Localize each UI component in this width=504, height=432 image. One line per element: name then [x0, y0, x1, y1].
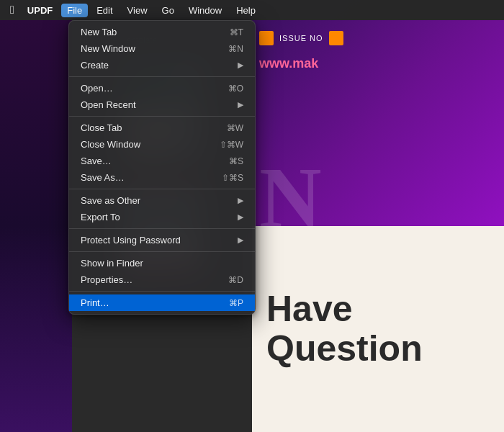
- right-bottom-panel: Have Question: [252, 226, 504, 432]
- menu-item-open-recent[interactable]: Open Recent ▶: [69, 96, 255, 113]
- separator-3: [69, 189, 255, 189]
- menu-item-save-as-other[interactable]: Save as Other ▶: [69, 192, 255, 209]
- menu-item-new-tab[interactable]: New Tab ⌘T: [69, 24, 255, 40]
- separator-6: [69, 291, 255, 292]
- url-area: www.mak: [259, 56, 497, 71]
- window-menu-item[interactable]: Window: [183, 4, 228, 17]
- separator-1: [69, 76, 255, 77]
- have-text: Have Question: [266, 289, 423, 369]
- edit-menu-item[interactable]: Edit: [91, 4, 118, 17]
- menubar:  UPDF File Edit View Go Window Help: [0, 0, 504, 20]
- issue-label: ISSUE NO: [279, 34, 323, 42]
- issue-badge-orange: [259, 31, 274, 45]
- shortcut-print: ⌘P: [229, 298, 243, 308]
- url-text: www.mak: [259, 56, 497, 71]
- menu-item-properties[interactable]: Properties… ⌘D: [69, 271, 255, 288]
- arrow-save-as-other: ▶: [238, 196, 243, 205]
- menu-item-export-to[interactable]: Export To ▶: [69, 209, 255, 225]
- go-menu-item[interactable]: Go: [156, 4, 180, 17]
- apple-menu-item[interactable]: : [6, 2, 19, 18]
- shortcut-save-as: ⇧⌘S: [222, 173, 243, 183]
- menu-item-save[interactable]: Save… ⌘S: [69, 153, 255, 169]
- separator-5: [69, 251, 255, 252]
- separator-2: [69, 116, 255, 117]
- shortcut-close-tab: ⌘W: [227, 123, 243, 133]
- menu-item-create[interactable]: Create ▶: [69, 57, 255, 73]
- arrow-protect-password: ▶: [238, 235, 243, 245]
- issue-bar: ISSUE NO: [259, 27, 497, 49]
- right-panel: ISSUE NO www.mak N Have Question: [252, 20, 504, 432]
- shortcut-save: ⌘S: [229, 156, 243, 166]
- newsletter-top-bg: ISSUE NO www.mak N: [252, 20, 504, 226]
- left-panel: [0, 20, 72, 432]
- shortcut-new-tab: ⌘T: [230, 27, 243, 37]
- arrow-open-recent: ▶: [238, 100, 243, 109]
- menu-item-print[interactable]: Print… ⌘P: [69, 294, 255, 311]
- menu-item-save-as[interactable]: Save As… ⇧⌘S: [69, 169, 255, 186]
- file-dropdown-menu: New Tab ⌘T New Window ⌘N Create ▶ Open… …: [68, 20, 256, 315]
- shortcut-new-window: ⌘N: [228, 44, 243, 54]
- help-menu-item[interactable]: Help: [230, 4, 261, 17]
- menu-item-open[interactable]: Open… ⌘O: [69, 80, 255, 96]
- shortcut-close-window: ⇧⌘W: [220, 140, 243, 150]
- menu-item-new-window[interactable]: New Window ⌘N: [69, 40, 255, 57]
- shortcut-open: ⌘O: [228, 84, 243, 94]
- separator-4: [69, 228, 255, 229]
- view-menu-item[interactable]: View: [122, 4, 153, 17]
- app-name-menu-item[interactable]: UPDF: [22, 4, 58, 17]
- file-menu-item[interactable]: File: [61, 4, 88, 17]
- menu-item-close-window[interactable]: Close Window ⇧⌘W: [69, 136, 255, 153]
- arrow-export-to: ▶: [238, 212, 243, 222]
- issue-badge-orange-2: [329, 31, 343, 45]
- arrow-create: ▶: [238, 60, 243, 70]
- menu-item-protect-password[interactable]: Protect Using Password ▶: [69, 232, 255, 248]
- menu-item-show-in-finder[interactable]: Show in Finder: [69, 255, 255, 271]
- shortcut-properties: ⌘D: [228, 275, 243, 285]
- menu-item-close-tab[interactable]: Close Tab ⌘W: [69, 120, 255, 136]
